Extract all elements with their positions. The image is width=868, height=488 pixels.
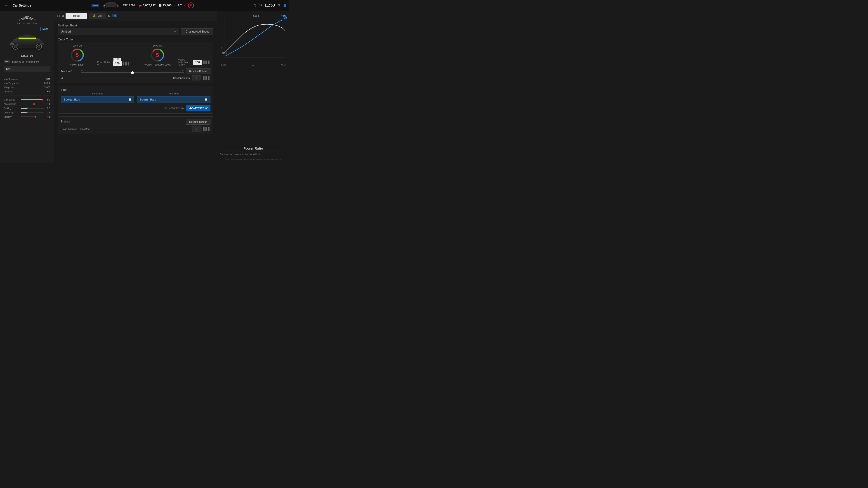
edit-icon[interactable]: ✏ bbox=[174, 30, 176, 33]
car-name-top: DB11 '16 bbox=[123, 4, 135, 7]
change-add-sheet-button[interactable]: Change/Add Sheet bbox=[181, 28, 213, 35]
traction-slider-thumb[interactable] bbox=[131, 71, 134, 74]
rear-tire-button[interactable]: Sports: Hard ☰ bbox=[137, 96, 211, 103]
traction-control-row: ◀ Traction Control 0 ▋▋▋ bbox=[61, 75, 211, 80]
drivetrain-val: FR bbox=[44, 90, 51, 93]
settings-icon[interactable]: ⚙ bbox=[278, 4, 280, 7]
front-tire-name: Sports: Hard bbox=[64, 98, 80, 101]
perf-cornering-val: 2.0 bbox=[45, 111, 51, 114]
rpm-start: 1,000 bbox=[221, 64, 226, 66]
brand-logo: AM ASTON MARTIN bbox=[4, 14, 51, 24]
brakes-section: Brakes Reset to Default Brake Balance (F… bbox=[58, 116, 213, 134]
power-level-number: 5 bbox=[76, 52, 79, 58]
svg-point-10 bbox=[14, 45, 17, 48]
max-power-val: 599 bbox=[44, 78, 51, 80]
traction-slider-track[interactable] bbox=[81, 72, 184, 73]
perf-stability-val: 4.8 bbox=[45, 116, 51, 118]
front-tires-label: Front Tires bbox=[61, 92, 134, 95]
traction-control-label: Traction Control bbox=[81, 76, 190, 79]
car-name-sidebar: DB11 '16 bbox=[4, 54, 51, 57]
front-tire-col: Front Tires Sports: Hard ☰ bbox=[61, 92, 134, 103]
quick-tune-grid: Level Up 5 Powe bbox=[61, 44, 211, 66]
weight-ratio-bar-icon[interactable]: ▋▋▋ bbox=[203, 61, 211, 64]
tab-drift-lock[interactable]: 🔒 Drift bbox=[89, 13, 106, 19]
michelin-label: Tire Technology by bbox=[163, 107, 184, 109]
perf-braking-fill bbox=[21, 108, 27, 109]
credits-value: 6,967,732 bbox=[143, 4, 156, 7]
quick-tune-header: Quick Tune bbox=[58, 38, 213, 41]
svg-rect-14 bbox=[41, 43, 44, 44]
mileage-value: 93,805 bbox=[162, 4, 172, 7]
credits-stat: 🚗 6,967,732 bbox=[138, 4, 156, 7]
perf-max-speed: Max Speed 9.3 bbox=[4, 98, 51, 101]
svg-rect-4 bbox=[117, 5, 119, 6]
tab-bar: L1 ◀ Road 🔒 Drift ▶ R1 bbox=[54, 11, 217, 21]
tires-section: Tires Front Tires Sports: Hard ☰ Rear Ti… bbox=[58, 86, 213, 113]
brake-bar-icon[interactable]: ▋▋▋ bbox=[203, 127, 211, 131]
drivetrain-label: Drivetrain bbox=[4, 90, 13, 93]
perf-acceleration-fill bbox=[21, 104, 33, 104]
brakes-reset-button[interactable]: Reset to Default bbox=[186, 119, 211, 125]
power-ratio-value: 100 bbox=[113, 61, 122, 66]
power-ratio-tooltip: 100 bbox=[114, 58, 121, 61]
quick-tune-section: Quick Tune Level Up bbox=[58, 38, 213, 83]
bop-section: BOP Balance of Performance bbox=[4, 60, 51, 63]
power-ratio-value-container: 100 100 bbox=[113, 62, 122, 65]
michelin-man-icon: 🏍 bbox=[189, 106, 192, 110]
power-ratio-label: Power Ratio % bbox=[97, 61, 112, 66]
power-ratio-column: Power Ratio % 100 100 ▋▋▋ bbox=[97, 44, 130, 66]
power-ratio-desc: Controls the power output of the vehicle… bbox=[220, 153, 287, 156]
weight-ratio-column: Weight Reduction Ratio % 100 ▋▋▋ bbox=[178, 44, 211, 66]
menu-icon: ☰ bbox=[45, 67, 48, 71]
pp-value: 3.7 bbox=[178, 4, 182, 7]
slider-max: 139 bbox=[181, 70, 184, 72]
tab-arrow-left[interactable]: L1 ◀ bbox=[57, 14, 64, 18]
rear-tire-name: Sports: Hard bbox=[140, 98, 156, 101]
brake-balance-row: Brake Balance (Front/Rear) 0 ▋▋▋ bbox=[61, 127, 211, 131]
na-dropdown[interactable]: N/A ☰ bbox=[4, 66, 51, 72]
traction-control-value: 0 bbox=[192, 75, 201, 80]
perf-braking-label: Braking bbox=[4, 107, 20, 109]
svg-text:ft-lb: ft-lb bbox=[221, 46, 223, 49]
front-tire-menu-icon: ☰ bbox=[129, 98, 131, 101]
top-bar-stats: 🚗 6,967,732 📊 93,805 〰 3.7 km 48 bbox=[138, 2, 194, 8]
max-power-label: Max Power bbox=[4, 78, 15, 80]
perf-acceleration-val: 4.0 bbox=[45, 103, 51, 105]
profile-icon[interactable]: 👤 bbox=[283, 4, 287, 7]
svg-text:HP: HP bbox=[286, 33, 287, 35]
max-torque-label: Max Torque bbox=[4, 82, 16, 85]
top-bar-left: ← Car Settings bbox=[3, 2, 31, 8]
max-power-row: Max Power HP 599 bbox=[4, 78, 51, 80]
brand-wings-svg: AM bbox=[18, 14, 36, 21]
na-value: N/A bbox=[6, 68, 11, 71]
svg-rect-13 bbox=[10, 43, 13, 44]
lock-icon: 🔒 bbox=[93, 14, 96, 18]
power-ratio-title: Power Ratio bbox=[220, 147, 287, 150]
perf-max-speed-dot bbox=[42, 99, 43, 101]
sheet-input[interactable]: Untitled ✏ bbox=[58, 28, 179, 35]
tab-arrow-right[interactable]: ▶ bbox=[108, 14, 111, 18]
perf-acceleration-dot bbox=[33, 103, 35, 105]
spacer bbox=[134, 44, 137, 66]
power-ratio-bar-icon[interactable]: ▋▋▋ bbox=[123, 62, 130, 65]
copyright: © 2021 Sony Interactive Entertainment In… bbox=[220, 158, 287, 160]
weight-ratio-label: Weight Reduction Ratio % bbox=[178, 59, 192, 66]
traction-control-bar-icon[interactable]: ▋▋▋ bbox=[203, 76, 211, 80]
reset-to-default-button[interactable]: Reset to Default bbox=[186, 68, 211, 74]
back-button[interactable]: ← bbox=[3, 2, 10, 8]
car-display: DB11 '16 bbox=[4, 34, 51, 57]
page-title: Car Settings bbox=[13, 4, 31, 7]
graph-axis-bottom: 1,000 rpm 7,500 bbox=[220, 64, 287, 66]
tab-road[interactable]: Road bbox=[66, 13, 87, 19]
rpm-end: 7,500 bbox=[281, 64, 286, 66]
mileage-stat: 📊 93,805 bbox=[158, 4, 172, 7]
front-tire-button[interactable]: Sports: Hard ☰ bbox=[61, 96, 134, 103]
n600-badge: N600 bbox=[92, 4, 99, 7]
weight-ratio-row: Weight Reduction Ratio % 100 ▋▋▋ bbox=[178, 59, 211, 66]
content-area: Settings Sheet Untitled ✏ Change/Add She… bbox=[54, 21, 217, 137]
weight-level-column: Level Up 5 Weight Reduction Le bbox=[141, 44, 174, 66]
perf-braking-val: 2.1 bbox=[45, 107, 51, 109]
traction-section: Traction C 66 139 Reset to Default bbox=[61, 68, 211, 74]
perf-stability-bar bbox=[21, 117, 43, 117]
brakes-header: Brakes Reset to Default bbox=[61, 119, 211, 125]
